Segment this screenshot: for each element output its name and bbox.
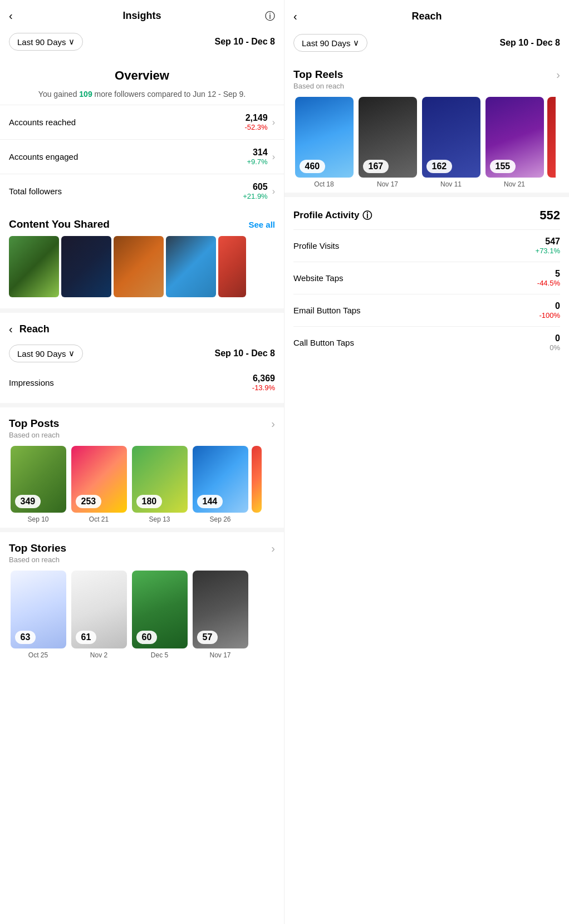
reach-subtitle: Reach [19,323,50,335]
impressions-row: Impressions 6,369 -13.9% [9,371,275,392]
reach-right-date-range: Sep 10 - Dec 8 [500,38,561,48]
see-all-button[interactable]: See all [248,220,275,229]
reach-right-date-filter-label: Last 90 Days [302,38,351,48]
profile-visits-label: Profile Visits [293,241,339,250]
content-thumb-4[interactable] [166,236,216,297]
reel-thumb-1: 460 [295,97,354,178]
post-item-2[interactable]: 253 Oct 21 [70,446,128,523]
section-divider-2 [0,403,284,407]
reel-date-2: Nov 17 [377,180,398,188]
post-thumb-5-partial [252,446,262,513]
accounts-reached-row[interactable]: Accounts reached 2,149 -52.3% › [0,105,284,139]
impressions-number: 6,369 [252,373,275,384]
website-taps-value: 5 -44.5% [537,269,560,287]
story-thumb-1: 63 [11,571,66,648]
accounts-engaged-label: Accounts engaged [9,152,78,161]
email-button-taps-change: -100% [539,311,560,320]
story-item-1[interactable]: 63 Oct 25 [9,571,67,659]
date-filter-label: Last 90 Days [17,37,66,47]
reel-date-3: Nov 11 [440,180,462,188]
accounts-reached-value-group: 2,149 -52.3% › [244,113,275,131]
total-followers-change: +21.9% [243,192,267,200]
total-followers-row[interactable]: Total followers 605 +21.9% › [0,174,284,208]
left-panel: ‹ Insights ⓘ Last 90 Days ∨ Sep 10 - Dec… [0,0,284,924]
profile-activity-title: Profile Activity ⓘ [293,209,372,222]
top-reels-chevron[interactable]: › [556,68,560,81]
reach-header: ‹ Reach [284,0,569,30]
overview-title: Overview [9,68,275,83]
profile-activity-header: Profile Activity ⓘ 552 [293,208,560,223]
top-stories-chevron[interactable]: › [271,542,275,555]
post-item-4[interactable]: 144 Sep 26 [191,446,249,523]
story-number-2: 61 [76,631,97,644]
profile-activity-total: 552 [539,208,560,223]
accounts-engaged-row[interactable]: Accounts engaged 314 +9.7% › [0,139,284,174]
website-taps-number: 5 [537,269,560,279]
profile-visits-number: 547 [536,237,560,247]
accounts-engaged-value: 314 +9.7% [247,148,267,166]
post-thumb-3: 180 [132,446,188,513]
story-item-4[interactable]: 57 Nov 17 [191,571,249,659]
post-date-1: Sep 10 [27,515,48,523]
reel-item-4[interactable]: 155 Nov 21 [484,97,545,188]
reach-right-date-filter-button[interactable]: Last 90 Days ∨ [293,34,367,52]
reel-item-2[interactable]: 167 Nov 17 [357,97,418,188]
reach-back-btn[interactable]: ‹ [293,10,297,23]
overview-prefix: You gained [38,90,79,99]
top-posts-chevron[interactable]: › [271,417,275,430]
reel-date-1: Oct 18 [314,180,333,188]
info-button[interactable]: ⓘ [265,9,275,23]
accounts-engaged-number: 314 [247,148,267,158]
content-thumb-2[interactable] [61,236,111,297]
impressions-section: Impressions 6,369 -13.9% [0,371,284,401]
top-stories-title: Top Stories [9,542,66,554]
top-reels-thumbnails: 460 Oct 18 167 Nov 17 162 Nov 11 155 Nov… [284,92,569,190]
reel-date-4: Nov 21 [504,180,525,188]
profile-activity-title-text: Profile Activity [293,210,359,221]
reel-item-3[interactable]: 162 Nov 11 [420,97,482,188]
story-number-1: 63 [15,631,36,644]
date-filter-button[interactable]: Last 90 Days ∨ [9,33,83,51]
post-item-3[interactable]: 180 Sep 13 [130,446,189,523]
content-thumb-5[interactable] [218,236,246,297]
top-reels-subtitle: Based on reach [293,82,344,90]
post-thumb-1: 349 [11,446,66,513]
content-thumb-3[interactable] [114,236,164,297]
accounts-engaged-change: +9.7% [247,158,267,166]
right-panel: ‹ Reach Last 90 Days ∨ Sep 10 - Dec 8 To… [284,0,569,924]
post-item-5-partial[interactable] [252,446,262,523]
post-thumb-2: 253 [71,446,127,513]
profile-activity-section: Profile Activity ⓘ 552 Profile Visits 54… [284,199,569,363]
email-button-taps-row: Email Button Taps 0 -100% [293,294,560,326]
reel-number-3: 162 [426,160,453,173]
top-posts-subtitle: Based on reach [9,431,60,439]
post-date-2: Oct 21 [89,515,109,523]
story-item-3[interactable]: 60 Dec 5 [130,571,189,659]
total-followers-value: 605 +21.9% [243,182,267,200]
reel-item-1[interactable]: 460 Oct 18 [293,97,355,188]
top-reels-title: Top Reels [293,68,344,81]
story-number-3: 60 [136,631,158,644]
overview-subtitle: You gained 109 more followers compared t… [9,89,275,100]
reach-date-filter-row: Last 90 Days ∨ Sep 10 - Dec 8 [0,340,284,371]
reel-number-1: 460 [300,160,326,173]
content-thumb-1[interactable] [9,236,59,297]
right-divider-1 [284,193,569,197]
story-date-1: Oct 25 [28,651,48,659]
reach-date-filter-label: Last 90 Days [17,349,66,358]
reach-date-filter-button[interactable]: Last 90 Days ∨ [9,345,83,362]
overview-highlight: 109 [79,90,92,99]
website-taps-change: -44.5% [537,279,560,287]
story-item-2[interactable]: 61 Nov 2 [70,571,128,659]
accounts-reached-number: 2,149 [244,113,267,123]
back-button[interactable]: ‹ [9,9,13,22]
reach-back-button[interactable]: ‹ [9,323,13,336]
accounts-engaged-value-group: 314 +9.7% › [247,148,275,166]
story-thumb-4: 57 [193,571,248,648]
post-date-4: Sep 26 [209,515,230,523]
content-shared-title: Content You Shared [9,218,110,230]
chevron-right-icon: › [272,117,275,127]
email-button-taps-value: 0 -100% [539,301,560,320]
profile-activity-info-icon: ⓘ [362,209,372,222]
post-item-1[interactable]: 349 Sep 10 [9,446,67,523]
